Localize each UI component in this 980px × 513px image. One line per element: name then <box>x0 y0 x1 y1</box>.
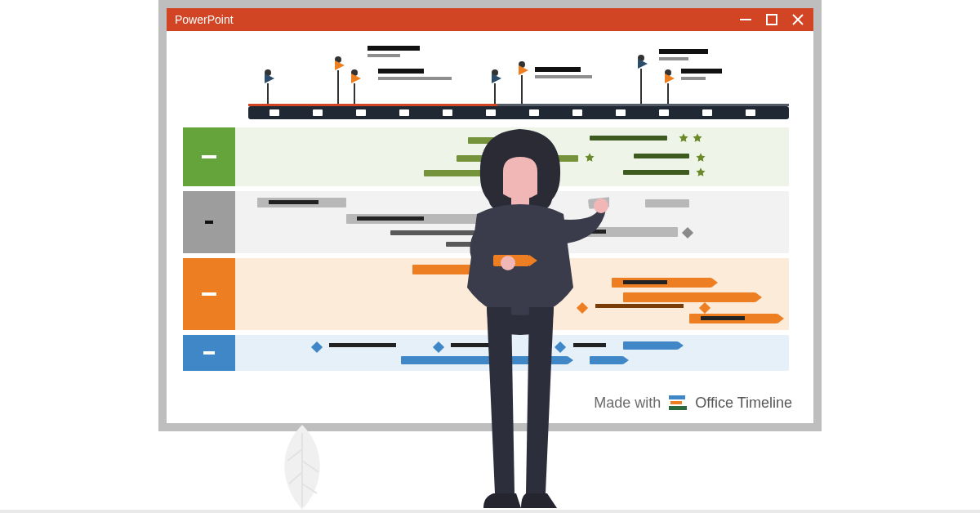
close-icon[interactable] <box>791 12 805 27</box>
slide-canvas: Made with Office Timeline <box>167 31 813 423</box>
swimlane-header <box>183 335 235 371</box>
title-bar: PowerPoint <box>167 8 813 31</box>
swimlane-green <box>183 127 789 186</box>
powerpoint-window: PowerPoint <box>158 0 822 431</box>
time-axis <box>248 106 789 119</box>
office-timeline-logo-icon <box>669 394 687 412</box>
swimlane-area <box>235 191 789 253</box>
maximize-icon[interactable] <box>764 12 779 27</box>
milestones-area <box>248 46 789 105</box>
floor-line <box>0 510 980 513</box>
swimlane-area <box>235 335 789 371</box>
swimlane-header <box>183 127 235 186</box>
swimlanes <box>183 127 789 371</box>
swimlane-gray <box>183 191 789 253</box>
svg-rect-1 <box>767 15 777 25</box>
brand-prefix: Made with <box>594 395 661 412</box>
swimlane-area <box>235 127 789 186</box>
minimize-icon[interactable] <box>738 12 753 27</box>
swimlane-area <box>235 258 789 330</box>
window-controls <box>738 12 805 27</box>
swimlane-header <box>183 191 235 253</box>
brand-name: Office Timeline <box>695 395 792 412</box>
leaf-decoration-icon <box>270 425 335 510</box>
app-title: PowerPoint <box>175 13 738 26</box>
swimlane-header <box>183 258 235 330</box>
swimlane-orange <box>183 258 789 330</box>
swimlane-blue <box>183 335 789 371</box>
made-with-brand: Made with Office Timeline <box>594 394 792 412</box>
